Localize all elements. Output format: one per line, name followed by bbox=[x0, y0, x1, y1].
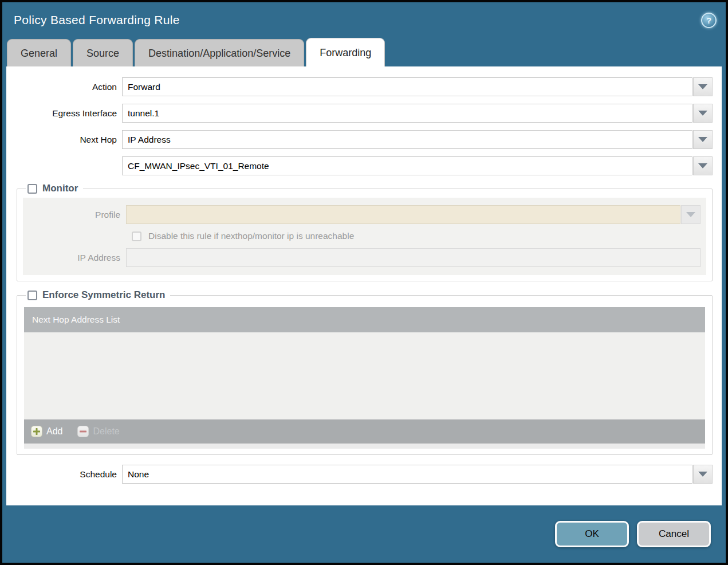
monitor-legend-text: Monitor bbox=[42, 183, 78, 194]
tab-destination-application-service[interactable]: Destination/Application/Service bbox=[135, 39, 304, 66]
dropdown-arrow-icon bbox=[698, 84, 707, 89]
schedule-dropdown-button[interactable] bbox=[693, 465, 713, 484]
schedule-row: Schedule bbox=[6, 465, 713, 484]
next-hop-type-dropdown-button[interactable] bbox=[693, 130, 713, 149]
symmetric-return-legend-text: Enforce Symmetric Return bbox=[42, 289, 165, 301]
monitor-ip-row: IP Address bbox=[23, 248, 701, 267]
dropdown-arrow-icon bbox=[698, 163, 707, 168]
policy-forwarding-dialog: Policy Based Forwarding Rule ? General S… bbox=[0, 0, 728, 565]
action-row: Action bbox=[6, 77, 713, 96]
monitor-checkbox[interactable] bbox=[27, 184, 37, 194]
dialog-title: Policy Based Forwarding Rule bbox=[14, 13, 180, 27]
tab-content-forwarding: Action Egress Interface Next Hop bbox=[6, 66, 722, 505]
next-hop-address-dropdown-button[interactable] bbox=[693, 156, 713, 175]
next-hop-row: Next Hop bbox=[6, 130, 713, 149]
ok-button[interactable]: OK bbox=[555, 521, 629, 547]
egress-interface-row: Egress Interface bbox=[6, 104, 713, 123]
tab-forwarding[interactable]: Forwarding bbox=[306, 38, 385, 66]
action-label: Action bbox=[6, 82, 122, 92]
profile-row: Profile bbox=[23, 205, 701, 224]
action-input[interactable] bbox=[122, 77, 692, 96]
monitor-legend: Monitor bbox=[26, 183, 83, 194]
disable-rule-label: Disable this rule if nexthop/monitor ip … bbox=[148, 231, 354, 241]
egress-interface-input[interactable] bbox=[122, 104, 692, 123]
tab-source[interactable]: Source bbox=[73, 39, 133, 66]
next-hop-address-list-body[interactable] bbox=[24, 332, 705, 419]
next-hop-address-list-header: Next Hop Address List bbox=[24, 307, 705, 332]
cancel-button[interactable]: Cancel bbox=[637, 521, 711, 547]
profile-dropdown-button bbox=[681, 205, 701, 224]
add-button[interactable]: Add bbox=[31, 426, 62, 437]
delete-button-label: Delete bbox=[93, 426, 119, 437]
profile-label: Profile bbox=[23, 210, 126, 220]
tab-bar: General Source Destination/Application/S… bbox=[2, 38, 726, 66]
schedule-input[interactable] bbox=[122, 465, 692, 484]
next-hop-address-row bbox=[6, 156, 713, 175]
dropdown-arrow-icon bbox=[698, 472, 707, 477]
help-icon[interactable]: ? bbox=[701, 13, 717, 28]
table-scrollbar-track[interactable] bbox=[24, 444, 705, 449]
monitor-ip-input bbox=[126, 248, 701, 267]
monitor-panel: Profile Disable this rule if nexthop/mon… bbox=[23, 198, 706, 275]
disable-rule-checkbox bbox=[132, 232, 141, 241]
next-hop-label: Next Hop bbox=[6, 135, 122, 145]
profile-input bbox=[126, 205, 680, 224]
disable-rule-row: Disable this rule if nexthop/monitor ip … bbox=[23, 231, 701, 241]
action-dropdown-button[interactable] bbox=[693, 77, 713, 96]
dropdown-arrow-icon bbox=[698, 137, 707, 142]
dropdown-arrow-icon bbox=[686, 212, 695, 217]
egress-interface-dropdown-button[interactable] bbox=[693, 104, 713, 123]
delete-button[interactable]: Delete bbox=[77, 426, 119, 437]
next-hop-address-input[interactable] bbox=[122, 156, 692, 175]
symmetric-return-group: Enforce Symmetric Return Next Hop Addres… bbox=[17, 289, 713, 455]
schedule-label: Schedule bbox=[6, 469, 122, 480]
tab-general[interactable]: General bbox=[7, 39, 71, 66]
add-button-label: Add bbox=[46, 426, 62, 437]
dialog-footer: OK Cancel bbox=[2, 505, 726, 563]
next-hop-type-input[interactable] bbox=[122, 130, 692, 149]
add-plus-icon bbox=[31, 426, 42, 437]
egress-interface-label: Egress Interface bbox=[6, 108, 122, 119]
title-bar: Policy Based Forwarding Rule ? bbox=[2, 2, 726, 38]
next-hop-address-list-table: Next Hop Address List Add Delete bbox=[24, 307, 705, 449]
delete-minus-icon bbox=[77, 426, 89, 437]
symmetric-return-checkbox[interactable] bbox=[27, 291, 37, 300]
table-footer: Add Delete bbox=[24, 419, 705, 444]
monitor-ip-label: IP Address bbox=[23, 253, 126, 263]
monitor-group: Monitor Profile Disable th bbox=[17, 183, 713, 281]
symmetric-return-legend: Enforce Symmetric Return bbox=[26, 289, 170, 301]
dropdown-arrow-icon bbox=[698, 111, 707, 116]
